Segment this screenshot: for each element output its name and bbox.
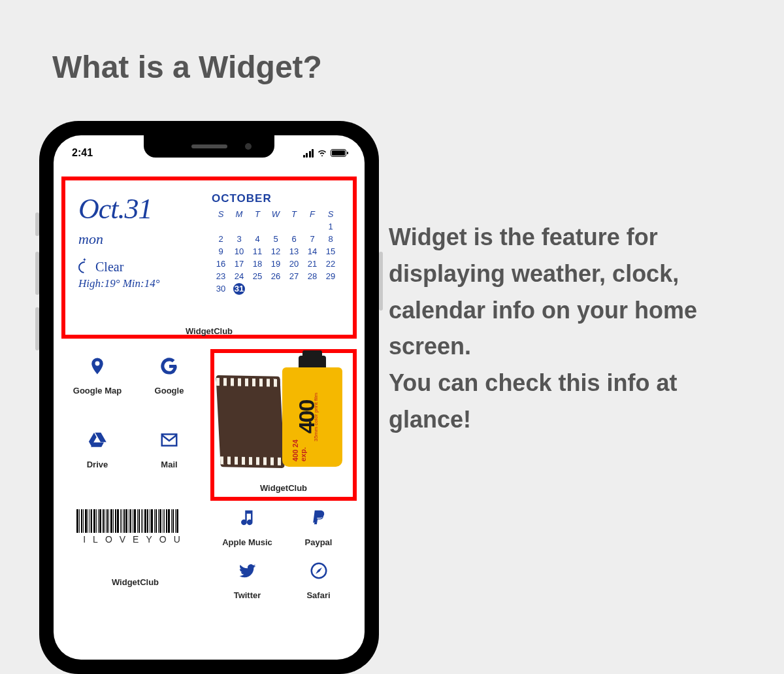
app-google-map[interactable]: Google Map bbox=[64, 354, 131, 422]
film-side-text: 35mm color print film bbox=[312, 393, 318, 441]
mail-icon bbox=[157, 428, 181, 452]
calendar-day: mon bbox=[78, 231, 203, 248]
wifi-icon bbox=[317, 148, 327, 158]
twitter-icon bbox=[236, 559, 259, 582]
app-label: Mail bbox=[161, 460, 177, 469]
app-apple-music[interactable]: Apple Music bbox=[214, 506, 280, 547]
phone-notch bbox=[144, 135, 274, 158]
music-note-icon bbox=[236, 506, 259, 530]
app-label: Google bbox=[155, 386, 184, 396]
calendar-date: Oct.31 bbox=[78, 192, 203, 226]
app-google[interactable]: Google bbox=[136, 354, 203, 422]
barcode-icon bbox=[76, 509, 194, 533]
page-title: What is a Widget? bbox=[52, 49, 322, 85]
app-label: Apple Music bbox=[222, 537, 272, 547]
battery-icon bbox=[331, 149, 346, 157]
film-widget-label: WidgetClub bbox=[260, 483, 307, 493]
barcode-widget[interactable]: ILOVEYOU bbox=[61, 506, 209, 547]
calendar-weather: Clear bbox=[78, 260, 203, 275]
paypal-icon bbox=[307, 506, 331, 530]
phone-screen: 2:41 Oct.31 mon bbox=[54, 135, 365, 660]
app-label: Google Map bbox=[73, 386, 122, 396]
map-pin-icon bbox=[86, 354, 109, 378]
app-paypal[interactable]: Paypal bbox=[286, 506, 351, 547]
description-text: Widget is the feature for displaying wea… bbox=[389, 219, 755, 438]
status-time: 2:41 bbox=[72, 147, 93, 159]
calendar-footer: WidgetClub bbox=[186, 326, 233, 336]
film-canister-image: 400 400 24 exp. 35mm color print film bbox=[218, 360, 349, 474]
app-label: Drive bbox=[87, 460, 108, 469]
calendar-month-label: OCTOBER bbox=[212, 192, 340, 205]
compass-icon bbox=[307, 559, 331, 582]
moon-icon bbox=[76, 259, 92, 275]
phone-power-button bbox=[379, 252, 383, 311]
app-label: Safari bbox=[306, 590, 330, 600]
app-label: Twitter bbox=[234, 590, 261, 600]
camera-icon bbox=[245, 143, 252, 150]
app-label: Paypal bbox=[305, 537, 333, 547]
calendar-temps: High:19° Min:14° bbox=[78, 277, 203, 290]
film-widget[interactable]: 400 400 24 exp. 35mm color print film Wi… bbox=[210, 349, 357, 501]
phone-mockup: 2:41 Oct.31 mon bbox=[39, 121, 379, 674]
app-drive[interactable]: Drive bbox=[64, 428, 131, 496]
app-safari[interactable]: Safari bbox=[286, 559, 351, 600]
barcode-widget-label-wrap: WidgetClub bbox=[61, 559, 209, 600]
barcode-text: ILOVEYOU bbox=[83, 534, 188, 545]
phone-frame: 2:41 Oct.31 mon bbox=[39, 121, 379, 674]
calendar-widget[interactable]: Oct.31 mon Clear High:19° Min:14° OCTOBE… bbox=[61, 177, 357, 339]
barcode-widget-label: WidgetClub bbox=[112, 577, 159, 587]
app-mail[interactable]: Mail bbox=[136, 428, 203, 496]
app-twitter[interactable]: Twitter bbox=[214, 559, 280, 600]
calendar-grid: SMTWTFS123456789101112131415161718192021… bbox=[212, 208, 340, 295]
drive-icon bbox=[86, 428, 109, 452]
film-sub-text: 400 24 exp. bbox=[291, 426, 307, 462]
google-g-icon bbox=[157, 354, 181, 378]
status-indicators bbox=[303, 148, 347, 158]
speaker-icon bbox=[191, 144, 227, 148]
weather-label: Clear bbox=[95, 260, 123, 275]
signal-icon bbox=[303, 149, 314, 158]
